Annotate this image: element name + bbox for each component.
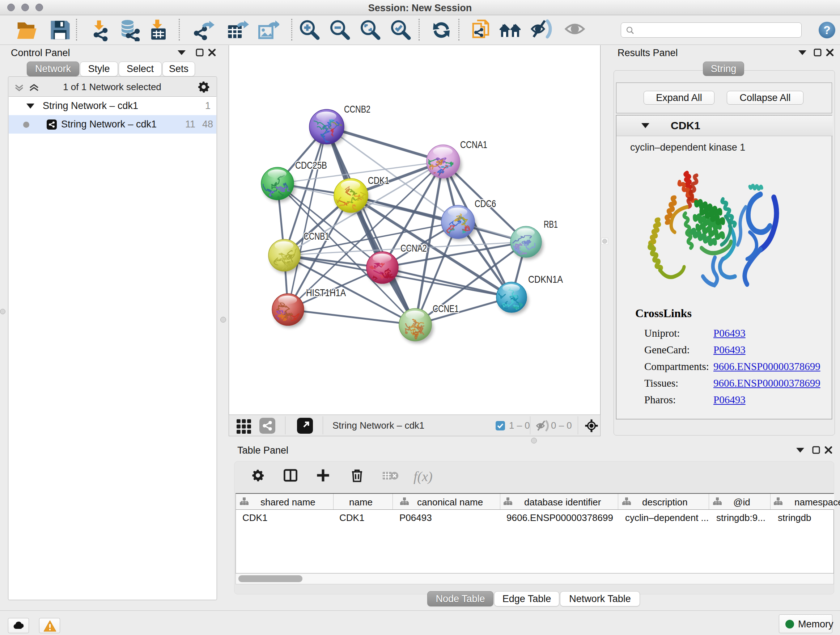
svg-text:CCNA2: CCNA2 — [401, 242, 427, 254]
svg-text:CCNE1: CCNE1 — [433, 303, 459, 314]
svg-text:HIST1H1A: HIST1H1A — [306, 287, 346, 298]
svg-text:RB1: RB1 — [544, 219, 558, 230]
svg-text:CDKN1A: CDKN1A — [528, 274, 563, 285]
svg-text:CDC6: CDC6 — [475, 198, 496, 209]
svg-text:?: ? — [823, 24, 831, 36]
svg-text:CDK1: CDK1 — [368, 175, 389, 186]
svg-text:CCNA1: CCNA1 — [460, 139, 487, 150]
svg-text:CDC25B: CDC25B — [295, 160, 327, 171]
svg-text:CCNB1: CCNB1 — [303, 231, 329, 242]
svg-text:CCNB2: CCNB2 — [344, 103, 370, 115]
